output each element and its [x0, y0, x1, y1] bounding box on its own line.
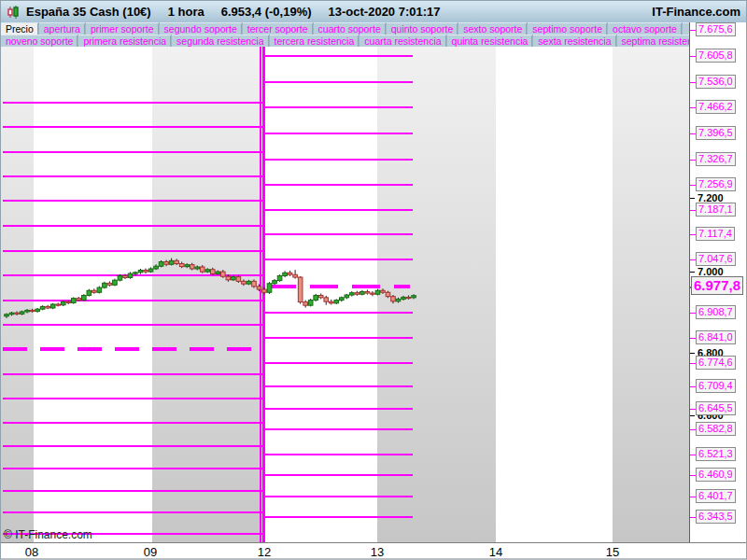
candle	[340, 297, 345, 302]
time-axis-label: 09	[144, 545, 157, 559]
price-scale-tick	[690, 272, 695, 273]
candle	[360, 290, 365, 296]
candle	[283, 271, 288, 277]
candle	[77, 297, 81, 301]
candle	[118, 274, 122, 281]
candle	[288, 271, 292, 276]
candle	[40, 305, 45, 310]
time-axis-label: 12	[258, 545, 271, 559]
tab-row-filler	[683, 22, 689, 35]
price-chart-canvas[interactable]	[1, 47, 689, 542]
candle	[298, 276, 303, 304]
tab-apertura[interactable]: apertura	[39, 22, 85, 35]
tab-sexta-resistencia[interactable]: sexta resistencia	[533, 35, 615, 47]
tab-noveno-soporte[interactable]: noveno soporte	[1, 35, 78, 47]
watermark: © IT-Finance.com	[4, 528, 92, 541]
pivot-level-label: 7.536,0	[696, 75, 736, 89]
pivot-level-label: 6.774,6	[696, 356, 736, 370]
tab-segundo-soporte[interactable]: segundo soporte	[160, 22, 242, 35]
tab-precio[interactable]: Precio	[1, 22, 38, 35]
candle	[355, 291, 359, 296]
tab-sexto-soporte[interactable]: sexto soporte	[458, 22, 527, 35]
chart-window: España 35 Cash (10€) 1 hora 6.953,4 (-0,…	[0, 0, 747, 560]
indicator-tab-row-2: noveno soporteprimera resistenciasegunda…	[1, 35, 689, 47]
tab-cuarta-resistencia[interactable]: cuarta resistencia	[359, 35, 445, 47]
pivot-level-label: 7.605,8	[696, 49, 736, 63]
pivot-level-label: 6.645,5	[696, 401, 736, 415]
pivot-level-label: 6.908,7	[696, 305, 736, 319]
candle	[128, 273, 133, 279]
pivot-level-label: 6.401,7	[696, 489, 736, 503]
tab-segunda-resistencia[interactable]: segunda resistencia	[172, 35, 268, 47]
pivot-level-label: 7.396,5	[696, 126, 736, 140]
tab-primer-soporte[interactable]: primer soporte	[86, 22, 159, 35]
pivot-level-label: 7.117,4	[696, 227, 735, 241]
candle	[308, 299, 313, 306]
candle	[267, 282, 272, 294]
candle	[318, 293, 323, 299]
pivot-level-label: 6.460,9	[696, 468, 736, 482]
candle	[46, 305, 50, 309]
tab-septima-resistencia[interactable]: septima resistencia	[617, 35, 689, 47]
candle	[107, 281, 112, 287]
tab-tercera-resistencia[interactable]: tercera resistencia	[270, 35, 359, 47]
candle	[345, 294, 349, 300]
pivot-level-label: 6.521,3	[696, 447, 736, 461]
candle	[277, 274, 282, 282]
candle	[82, 294, 87, 301]
candle	[123, 273, 128, 279]
tab-quinta-resistencia[interactable]: quinta resistencia	[447, 35, 533, 47]
candle	[71, 297, 76, 303]
candle	[293, 270, 298, 278]
time-axis-label: 14	[489, 545, 502, 559]
candle	[56, 302, 61, 306]
candle	[50, 303, 55, 309]
candle	[324, 296, 329, 305]
candle	[138, 269, 143, 274]
pivot-level-label: 7.675,6	[696, 22, 736, 36]
time-axis-label: 13	[371, 545, 384, 559]
candle	[113, 279, 118, 287]
quote-datetime: 13-oct-2020 7:01:17	[329, 5, 441, 19]
pivot-level-label: 6.582,8	[696, 422, 736, 436]
tab-primera-resistencia[interactable]: primera resistencia	[78, 35, 171, 47]
candle	[329, 300, 333, 305]
pivot-level-label: 7.466,2	[696, 100, 736, 114]
candle	[35, 308, 40, 313]
tab-quinto-soporte[interactable]: quinto soporte	[387, 22, 458, 35]
tab-tercer-soporte[interactable]: tercer soporte	[243, 22, 313, 35]
indicator-tab-row-1: Precioaperturaprimer soportesegundo sopo…	[1, 22, 689, 35]
pivot-level-label: 7.326,7	[696, 152, 736, 166]
pivot-level-label: 6.841,0	[696, 330, 736, 344]
candle	[103, 282, 107, 289]
candle	[87, 289, 92, 297]
price-axis[interactable]: 7.2007.0006.8006.6007.675,67.605,87.536,…	[689, 22, 747, 542]
title-bar: España 35 Cash (10€) 1 hora 6.953,4 (-0,…	[1, 1, 746, 23]
last-price-and-change: 6.953,4 (-0,19%)	[221, 5, 312, 19]
candle	[97, 287, 102, 294]
candle	[365, 289, 370, 294]
candle	[314, 294, 318, 301]
price-scale-tick	[690, 198, 695, 199]
brand-link[interactable]: IT-Finance.com	[652, 5, 740, 19]
price-scale-tick	[690, 415, 695, 416]
candle	[273, 279, 277, 285]
day-session-bands	[1, 47, 689, 542]
tab-septimo-soporte[interactable]: septimo soporte	[528, 22, 607, 35]
candle	[159, 260, 163, 267]
pivot-level-label: 7.256,9	[696, 177, 736, 191]
time-axis-label: 08	[25, 545, 38, 559]
pivot-level-label: 6.709,4	[696, 379, 736, 393]
pivot-level-label: 7.187,1	[696, 203, 736, 217]
current-level-label: 6.977,8	[691, 276, 743, 295]
timeframe-label: 1 hora	[168, 5, 204, 19]
pivot-level-label: 6.343,5	[696, 510, 736, 524]
candlestick-logo-icon	[6, 5, 21, 20]
candle	[20, 311, 24, 315]
candle	[303, 301, 308, 308]
time-axis[interactable]: 080912131415	[1, 542, 747, 560]
tab-cuarto-soporte[interactable]: cuarto soporte	[314, 22, 386, 35]
tab-octavo-soporte[interactable]: octavo soporte	[608, 22, 682, 35]
time-axis-label: 15	[606, 545, 619, 559]
candle	[371, 291, 375, 296]
